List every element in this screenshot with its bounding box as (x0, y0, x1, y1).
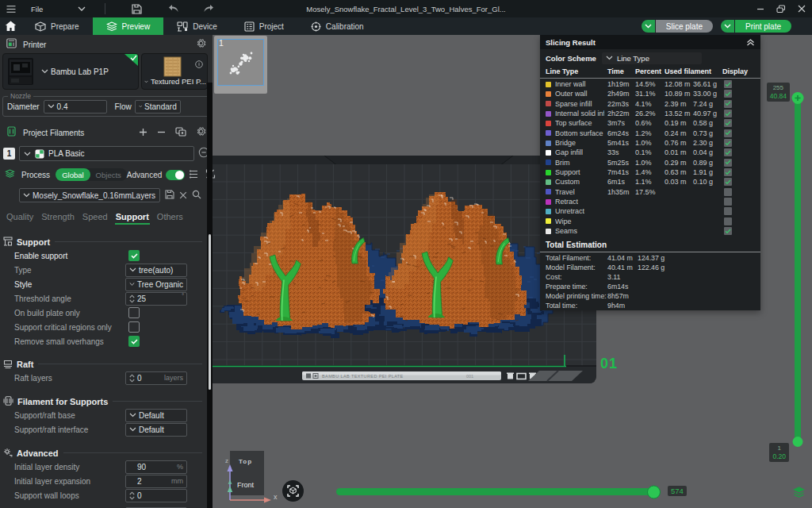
home-icon[interactable] (0, 17, 21, 35)
filament-sync-icon[interactable] (175, 125, 186, 140)
printer-card[interactable]: Bambu Lab P1P (2, 53, 139, 90)
sidebar-scrollbar[interactable] (207, 83, 213, 508)
print-plate-button[interactable]: Print plate (735, 20, 791, 33)
spin-arrows-icon[interactable] (129, 491, 135, 500)
minimize-icon[interactable] (750, 0, 771, 17)
slice-plate-dropdown-icon[interactable] (642, 20, 655, 33)
scope-objects-button[interactable]: Objects (90, 171, 127, 179)
plate-info-icon[interactable] (195, 57, 203, 71)
slice-plate-split-button: Slice plate (642, 20, 713, 33)
advanced-toggle[interactable] (166, 170, 185, 180)
step-slider-handle[interactable] (647, 485, 661, 498)
scope-global-button[interactable]: Global (56, 168, 90, 181)
line-type-display-checkbox[interactable] (724, 139, 732, 147)
tab-device[interactable]: Device (163, 17, 231, 35)
tab-speed[interactable]: Speed (79, 212, 112, 225)
param-list-icon[interactable] (189, 167, 198, 182)
search-param-icon[interactable] (192, 188, 201, 202)
layers-stack-icon[interactable] (793, 487, 805, 501)
line-type-display-checkbox[interactable] (724, 129, 732, 137)
remove-filament-icon[interactable] (157, 125, 166, 140)
flow-select[interactable]: Standard (135, 100, 181, 114)
line-type-display-checkbox[interactable] (724, 198, 732, 206)
close-icon[interactable] (791, 0, 812, 17)
line-type-display-checkbox[interactable] (724, 148, 732, 156)
chevron-down-icon[interactable] (78, 0, 86, 17)
tab-calibration[interactable]: Calibration (297, 17, 377, 35)
threshold-angle-spinbox[interactable]: 25° (125, 292, 187, 306)
plate-type-combo[interactable]: Textured PEI P... (144, 77, 206, 86)
line-type-display-checkbox[interactable] (724, 110, 732, 117)
print-plate-dropdown-icon[interactable] (721, 20, 734, 33)
process-profile-select[interactable]: Mosely_Snowflake_0.16mmLayers (19, 188, 160, 202)
add-filament-icon[interactable] (139, 125, 147, 140)
tab-prepare[interactable]: Prepare (21, 17, 93, 35)
filament-settings-gear-icon[interactable] (196, 125, 206, 140)
save-profile-icon[interactable] (165, 188, 174, 202)
project-doc-icon (244, 21, 255, 32)
line-type-percent: 0.6% (635, 119, 652, 127)
total-row: Model Filament: 40.41 m 122.46 g (540, 264, 760, 273)
redo-icon[interactable] (203, 0, 215, 17)
menu-icon[interactable] (6, 0, 16, 17)
filament-select[interactable]: PLA Basic (19, 146, 194, 161)
support-wall-loops-spinbox[interactable]: 0 (125, 489, 187, 502)
orientation-gizmo[interactable]: Top Front z x (224, 451, 279, 508)
collapse-panel-icon[interactable] (746, 35, 755, 49)
slice-plate-button[interactable]: Slice plate (656, 20, 713, 33)
tab-strength[interactable]: Strength (37, 212, 79, 225)
line-type-display-checkbox[interactable] (724, 90, 732, 98)
support-raft-interface-select[interactable]: Default (125, 423, 187, 437)
spin-arrows-icon[interactable] (129, 374, 135, 383)
line-type-display-checkbox[interactable] (724, 168, 732, 176)
file-menu-label[interactable]: File (31, 5, 43, 13)
printer-photo (6, 56, 35, 87)
line-type-display-checkbox[interactable] (724, 188, 732, 196)
type-select[interactable]: tree(auto) (125, 264, 187, 277)
undo-icon[interactable] (167, 0, 179, 17)
plate-type-card[interactable]: Textured PEI P... (141, 53, 208, 90)
plate-thumbnail-card[interactable]: 1 (214, 36, 267, 94)
line-type-weight: 0.89 g (693, 159, 713, 167)
on-build-plate-only-checkbox[interactable] (128, 307, 140, 318)
view-cube-button[interactable] (282, 480, 304, 502)
printer-settings-gear-icon[interactable] (196, 37, 206, 52)
plate-thumbnail-number: 1 (219, 38, 224, 48)
printer-name-combo[interactable]: Bambu Lab P1P (41, 67, 109, 76)
sidebar-scrollbar-thumb[interactable] (209, 234, 211, 390)
fractal-snowflake-models[interactable] (220, 190, 557, 338)
save-icon[interactable] (132, 0, 142, 17)
tab-support[interactable]: Support (112, 212, 153, 225)
tab-quality[interactable]: Quality (2, 212, 37, 225)
tab-preview[interactable]: Preview (93, 17, 164, 35)
step-slider[interactable]: 574 (336, 488, 659, 495)
line-type-display-checkbox[interactable] (724, 119, 732, 127)
line-type-display-checkbox[interactable] (724, 80, 732, 88)
support-raft-base-select[interactable]: Default (125, 409, 187, 422)
restore-icon[interactable] (771, 0, 791, 17)
line-type-display-checkbox[interactable] (724, 178, 732, 186)
raft-layers-spinbox[interactable]: 0layers (125, 371, 187, 385)
line-type-display-checkbox[interactable] (724, 227, 732, 235)
support-critical-regions-only-checkbox[interactable] (128, 321, 140, 333)
line-type-display-checkbox[interactable] (724, 217, 732, 225)
line-type-display-checkbox[interactable] (724, 100, 732, 108)
clear-profile-icon[interactable] (179, 188, 187, 202)
nozzle-diameter-select[interactable]: 0.4 (44, 100, 107, 114)
enable-support-checkbox[interactable] (128, 250, 140, 261)
initial-layer-expansion-input[interactable]: 2mm (125, 475, 187, 488)
layer-slider[interactable] (795, 94, 801, 444)
spin-arrows-icon[interactable] (129, 294, 135, 303)
tab-others[interactable]: Others (153, 212, 187, 225)
style-select[interactable]: Tree Organic (125, 278, 187, 291)
initial-layer-density-input[interactable]: 90% (125, 460, 187, 474)
layer-slider-bottom-handle[interactable] (793, 437, 803, 447)
viewport-3d[interactable]: BAMBU LAB TEXTURED PEI PLATE 001 (213, 35, 812, 508)
color-scheme-select[interactable]: Line Type (602, 52, 702, 64)
line-type-display-checkbox[interactable] (724, 159, 732, 167)
line-type-display-checkbox[interactable] (724, 207, 732, 215)
total-value-1: 6m14s (607, 283, 628, 291)
tab-project[interactable]: Project (231, 17, 297, 35)
remove-small-overhangs-checkbox[interactable] (128, 336, 140, 347)
layer-slider-top-handle[interactable] (792, 92, 804, 104)
